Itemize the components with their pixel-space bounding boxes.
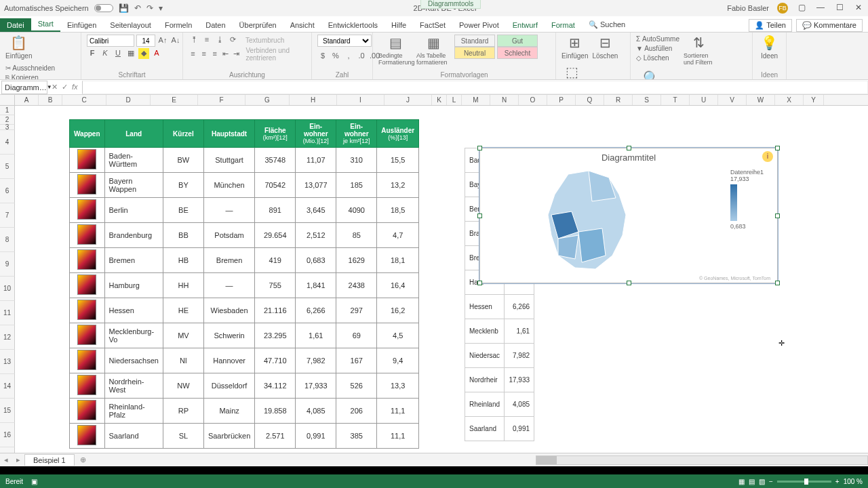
horizontal-scrollbar[interactable] xyxy=(536,455,868,465)
th-ausl[interactable]: Ausländer(%)[13] xyxy=(377,120,419,148)
style-gut[interactable]: Gut xyxy=(497,35,538,47)
col-header[interactable]: F xyxy=(198,95,245,105)
table-row[interactable]: Saarland0,991 xyxy=(465,417,534,441)
col-header[interactable]: O xyxy=(519,95,547,105)
table-row[interactable]: Rheinland-PfalzRPMainz19.8584,08520611,1 xyxy=(70,399,419,424)
th-flaeche[interactable]: Fläche(km²)[12] xyxy=(255,120,296,148)
sort-filter-button[interactable]: ⇅Sortieren und Filtern xyxy=(684,35,714,66)
tab-start[interactable]: Start xyxy=(31,17,60,32)
copy-button[interactable]: ⎘ Kopieren xyxy=(5,73,71,80)
resize-handle[interactable] xyxy=(477,214,482,218)
col-header[interactable]: J xyxy=(384,95,432,105)
row-header[interactable]: 9 xyxy=(0,252,15,277)
tab-data[interactable]: Daten xyxy=(199,18,232,32)
cond-format-button[interactable]: ▤Bedingte Formatierung xyxy=(378,35,412,66)
row-header[interactable]: 4 xyxy=(0,130,15,155)
row-header[interactable]: 5 xyxy=(0,155,15,179)
col-header[interactable]: I xyxy=(337,95,384,105)
sheet-tab[interactable]: Beispiel 1 xyxy=(24,454,75,466)
row-header[interactable]: 6 xyxy=(0,179,15,203)
table-row[interactable]: BerlinBE—8913,645409018,5 xyxy=(70,198,419,223)
align-center-icon[interactable]: ≡ xyxy=(199,49,208,60)
col-header[interactable]: D xyxy=(106,95,151,105)
chart-title[interactable]: Diagrammtitel xyxy=(480,148,777,163)
tab-layout[interactable]: Seitenlayout xyxy=(103,18,158,32)
tab-design[interactable]: Entwurf xyxy=(506,18,545,32)
table-row[interactable]: Baden-WürttemBWStuttgart3574811,0731015,… xyxy=(70,148,419,173)
find-select-button[interactable]: 🔍Suchen und Auswählen xyxy=(636,70,667,80)
row-header[interactable]: 15 xyxy=(0,399,15,423)
comments-button[interactable]: 💬 Kommentare xyxy=(796,19,863,32)
resize-handle[interactable] xyxy=(477,146,482,150)
row-header[interactable]: 17 xyxy=(0,447,15,453)
col-header[interactable]: M xyxy=(462,95,490,105)
col-header[interactable]: S xyxy=(633,95,661,105)
align-top-icon[interactable]: ⭱ xyxy=(189,35,199,45)
undo-icon[interactable]: ↶ xyxy=(134,3,141,13)
indent-dec-icon[interactable]: ⇤ xyxy=(221,49,230,60)
delete-cells-button[interactable]: ⊟Löschen xyxy=(592,35,618,60)
border-icon[interactable]: ▦ xyxy=(125,48,136,59)
align-right-icon[interactable]: ≡ xyxy=(210,49,219,60)
row-header[interactable]: 10 xyxy=(0,277,15,301)
percent-icon[interactable]: % xyxy=(330,51,341,62)
sheet-nav-next-icon[interactable]: ▸ xyxy=(12,455,24,464)
cancel-formula-icon[interactable]: ✕ xyxy=(52,83,58,92)
resize-handle[interactable] xyxy=(775,281,780,285)
row-header[interactable]: 8 xyxy=(0,228,15,252)
col-header[interactable]: R xyxy=(604,95,633,105)
table-row[interactable]: BrandenburgBBPotsdam29.6542,512854,7 xyxy=(70,223,419,248)
table-row[interactable]: Niedersac7,982 xyxy=(465,344,534,368)
col-header[interactable]: Y xyxy=(804,95,824,105)
macro-record-icon[interactable]: ▣ xyxy=(31,478,37,485)
style-standard[interactable]: Standard xyxy=(454,35,495,47)
currency-icon[interactable]: $ xyxy=(317,51,328,62)
align-bottom-icon[interactable]: ⭳ xyxy=(214,35,225,45)
table-row[interactable]: Mecklenburg-VoMVSchwerin23.2951,61694,5 xyxy=(70,323,419,348)
add-sheet-icon[interactable]: ⊕ xyxy=(75,455,92,464)
font-name-input[interactable] xyxy=(87,35,134,47)
fill-button[interactable]: ▼ Ausfüllen xyxy=(636,44,679,54)
indent-inc-icon[interactable]: ⇥ xyxy=(232,49,241,60)
tab-powerpivot[interactable]: Power Pivot xyxy=(452,18,506,32)
name-box[interactable]: Diagramm…▼ xyxy=(1,81,47,94)
align-middle-icon[interactable]: ≡ xyxy=(201,35,212,45)
maximize-icon[interactable]: ☐ xyxy=(834,3,845,14)
fx-icon[interactable]: fx xyxy=(72,83,78,92)
resize-handle[interactable] xyxy=(477,281,482,285)
row-header[interactable]: 11 xyxy=(0,301,15,325)
chart-info-icon[interactable]: i xyxy=(762,151,773,162)
clear-button[interactable]: ◇ Löschen xyxy=(636,54,679,63)
align-left-icon[interactable]: ≡ xyxy=(189,49,197,60)
autosum-button[interactable]: Σ AutoSumme xyxy=(636,35,679,44)
sheet-nav-prev-icon[interactable]: ◂ xyxy=(0,455,12,464)
share-button[interactable]: 👤 Teilen xyxy=(749,19,792,32)
table-format-button[interactable]: ▦Als Tabelle formatieren xyxy=(416,35,450,66)
fill-color-icon[interactable]: ◆ xyxy=(138,48,149,59)
col-header[interactable]: N xyxy=(490,95,519,105)
underline-icon[interactable]: U xyxy=(113,48,123,59)
th-haupt[interactable]: Hauptstadt xyxy=(203,120,254,148)
zoom-in-icon[interactable]: + xyxy=(835,478,840,485)
view-break-icon[interactable]: ▧ xyxy=(759,478,765,485)
italic-icon[interactable]: K xyxy=(100,48,111,59)
select-all-corner[interactable] xyxy=(0,95,15,105)
save-icon[interactable]: 💾 xyxy=(119,3,129,13)
insert-cells-button[interactable]: ⊞Einfügen xyxy=(561,35,588,60)
col-header[interactable]: P xyxy=(547,95,576,105)
tab-dev[interactable]: Entwicklertools xyxy=(321,18,384,32)
formula-input[interactable] xyxy=(82,81,868,94)
th-kuerzel[interactable]: Kürzel xyxy=(163,120,203,148)
table-row[interactable]: HamburgHH—7551,841243816,4 xyxy=(70,273,419,298)
row-header[interactable]: 3 xyxy=(0,125,15,130)
row-header[interactable]: 12 xyxy=(0,325,15,350)
table-row[interactable]: HessenHEWiesbaden21.1166,26629716,2 xyxy=(70,298,419,323)
grow-font-icon[interactable]: A↑ xyxy=(157,35,168,46)
autosave-toggle[interactable] xyxy=(94,4,113,12)
table-row[interactable]: Nordrhein-WestNWDüsseldorf34.11217,93352… xyxy=(70,373,419,399)
user-avatar[interactable]: FB xyxy=(777,3,788,14)
tab-insert[interactable]: Einfügen xyxy=(60,18,103,32)
chart-object[interactable]: i Diagrammtitel Datenreihe1 17,933 0,683… xyxy=(479,148,778,283)
wrap-button[interactable]: Textumbruch xyxy=(245,37,284,44)
col-header[interactable]: X xyxy=(775,95,804,105)
